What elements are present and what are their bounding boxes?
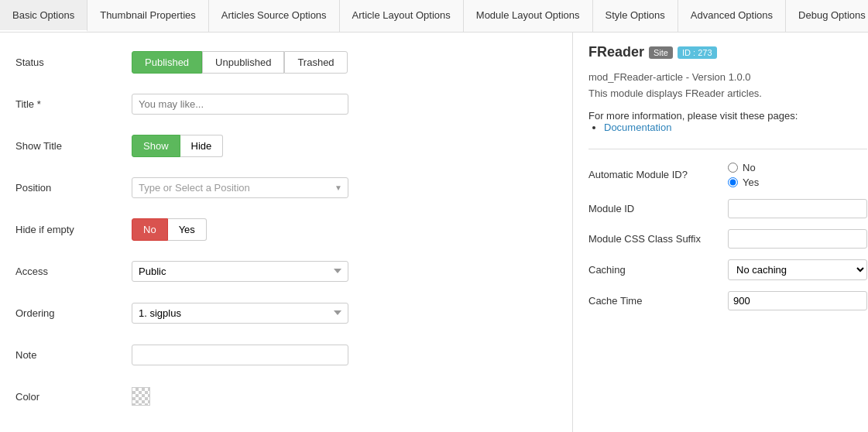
position-label: Position — [15, 182, 132, 194]
module-desc: This module displays FReader articles. — [588, 86, 867, 102]
hide-if-empty-control: No Yes — [132, 218, 557, 241]
radio-yes[interactable] — [728, 177, 738, 187]
ordering-label: Ordering — [15, 307, 132, 319]
title-input[interactable] — [132, 94, 348, 115]
tabs-bar: Basic Options Thumbnail Properties Artic… — [0, 0, 868, 33]
note-label: Note — [15, 349, 132, 361]
cache-time-input[interactable] — [728, 291, 867, 310]
auto-module-id-row: Automatic Module ID? No Yes — [588, 162, 867, 188]
btn-show[interactable]: Show — [132, 135, 180, 157]
caching-row: Caching No caching — [588, 259, 867, 280]
left-panel: Status Published Unpublished Trashed Tit… — [0, 33, 573, 432]
main-content: Status Published Unpublished Trashed Tit… — [0, 33, 868, 432]
cache-time-control — [728, 291, 867, 310]
module-id-control — [728, 199, 867, 218]
css-class-label: Module CSS Class Suffix — [588, 233, 728, 245]
tab-basic-options[interactable]: Basic Options — [0, 0, 87, 32]
caching-select[interactable]: No caching — [728, 259, 867, 280]
status-label: Status — [15, 57, 132, 68]
access-label: Access — [15, 266, 132, 277]
color-control — [132, 387, 557, 406]
position-control: Type or Select a Position — [132, 177, 557, 198]
ordering-control: 1. sigplus — [132, 303, 557, 324]
show-title-row: Show Title Show Hide — [15, 132, 557, 159]
module-id-input[interactable] — [728, 199, 867, 218]
hide-if-empty-row: Hide if empty No Yes — [15, 215, 557, 243]
tab-module-layout-options[interactable]: Module Layout Options — [464, 0, 593, 32]
status-btn-group: Published Unpublished Trashed — [132, 51, 557, 74]
btn-hide[interactable]: Hide — [180, 135, 224, 157]
show-title-label: Show Title — [15, 140, 132, 152]
title-row: Title * — [15, 90, 557, 118]
caching-control: No caching — [728, 259, 867, 280]
radio-group: No Yes — [728, 162, 867, 188]
module-header: FReader Site ID : 273 — [588, 44, 867, 60]
show-title-control: Show Hide — [132, 135, 557, 157]
auto-module-id-control: No Yes — [728, 162, 867, 188]
tab-debug-options[interactable]: Debug Options — [786, 0, 868, 32]
cache-time-label: Cache Time — [588, 295, 728, 307]
access-control: Public — [132, 261, 557, 282]
tab-article-layout-options[interactable]: Article Layout Options — [340, 0, 464, 32]
module-links: For more information, please visit these… — [588, 110, 867, 133]
css-class-control — [728, 229, 867, 249]
badge-id: ID : 273 — [678, 46, 717, 59]
tab-thumbnail-properties[interactable]: Thumbnail Properties — [87, 0, 209, 32]
btn-no[interactable]: No — [132, 218, 168, 241]
status-control: Published Unpublished Trashed — [132, 51, 557, 74]
note-control — [132, 345, 557, 365]
documentation-link[interactable]: Documentation — [604, 122, 671, 133]
radio-yes-item[interactable]: Yes — [728, 177, 867, 188]
btn-yes[interactable]: Yes — [168, 218, 207, 241]
ordering-select[interactable]: 1. sigplus — [132, 303, 348, 324]
more-info-text: For more information, please visit these… — [588, 110, 867, 122]
caching-label: Caching — [588, 264, 728, 276]
css-class-row: Module CSS Class Suffix — [588, 229, 867, 249]
access-select[interactable]: Public — [132, 261, 348, 282]
note-row: Note — [15, 341, 557, 369]
ordering-row: Ordering 1. sigplus — [15, 299, 557, 327]
css-class-input[interactable] — [728, 229, 867, 249]
status-row: Status Published Unpublished Trashed — [15, 48, 557, 76]
tab-style-options[interactable]: Style Options — [593, 0, 678, 32]
cache-time-row: Cache Time — [588, 291, 867, 310]
tab-articles-source-options[interactable]: Articles Source Options — [209, 0, 340, 32]
tab-advanced-options[interactable]: Advanced Options — [678, 0, 786, 32]
right-panel: FReader Site ID : 273 mod_FReader-articl… — [573, 33, 868, 432]
btn-unpublished[interactable]: Unpublished — [202, 51, 284, 74]
radio-yes-label: Yes — [743, 177, 759, 188]
btn-trashed[interactable]: Trashed — [284, 51, 347, 74]
title-label: Title * — [15, 98, 132, 110]
module-name: FReader — [588, 44, 644, 60]
radio-no-item[interactable]: No — [728, 162, 867, 173]
module-info: mod_FReader-article - Version 1.0.0 This… — [588, 70, 867, 102]
position-select[interactable]: Type or Select a Position — [132, 177, 348, 198]
radio-no[interactable] — [728, 163, 738, 173]
color-swatch[interactable] — [132, 387, 150, 406]
color-row: Color — [15, 382, 557, 410]
divider — [588, 149, 867, 149]
color-label: Color — [15, 391, 132, 403]
hide-if-empty-label: Hide if empty — [15, 224, 132, 235]
title-control — [132, 94, 557, 115]
module-id-row: Module ID — [588, 199, 867, 218]
btn-published[interactable]: Published — [132, 51, 202, 74]
badge-site: Site — [649, 46, 673, 59]
module-id-label: Module ID — [588, 203, 728, 214]
position-row: Position Type or Select a Position — [15, 173, 557, 201]
auto-module-id-label: Automatic Module ID? — [588, 169, 728, 180]
module-version: mod_FReader-article - Version 1.0.0 — [588, 70, 867, 86]
position-dropdown-wrapper: Type or Select a Position — [132, 177, 348, 198]
access-row: Access Public — [15, 257, 557, 285]
note-input[interactable] — [132, 345, 348, 365]
radio-no-label: No — [743, 162, 756, 173]
